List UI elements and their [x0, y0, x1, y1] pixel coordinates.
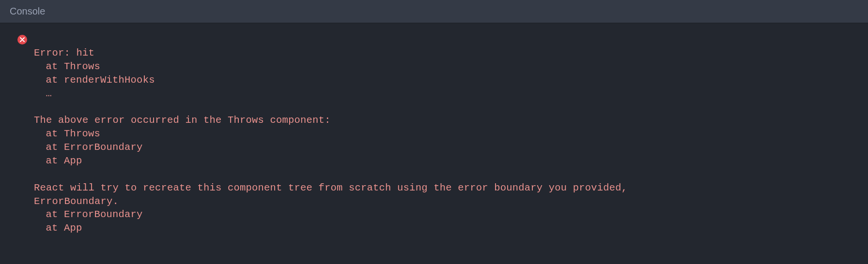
error-icon	[17, 35, 27, 44]
stack-frame: at Throws	[34, 61, 100, 72]
console-title: Console	[10, 6, 858, 17]
error-line: React will try to recreate this componen…	[34, 182, 627, 193]
error-line: The above error occurred in the Throws c…	[34, 115, 331, 126]
stack-frame: at App	[34, 222, 82, 234]
console-body: Error: hit at Throws at renderWithHooks …	[0, 23, 868, 245]
console-header: Console	[0, 0, 868, 23]
close-x-icon	[20, 37, 25, 42]
stack-frame: at App	[34, 155, 82, 166]
error-line: ErrorBoundary.	[34, 196, 119, 207]
stack-ellipsis: …	[34, 88, 52, 99]
stack-frame: at ErrorBoundary	[34, 142, 143, 153]
stack-frame: at Throws	[34, 128, 100, 139]
error-line: Error: hit	[34, 47, 94, 59]
stack-frame: at renderWithHooks	[34, 74, 155, 86]
stack-frame: at ErrorBoundary	[34, 209, 143, 220]
error-message: Error: hit at Throws at renderWithHooks …	[34, 33, 627, 235]
